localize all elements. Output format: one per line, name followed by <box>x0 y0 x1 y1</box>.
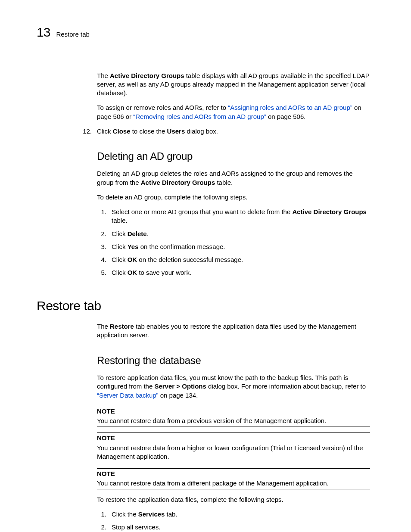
list-number: 1. <box>97 208 106 225</box>
list-item: 1.Click the Services tab. <box>97 510 370 519</box>
list-body: Stop all services. <box>112 523 370 532</box>
page: 13 Restore tab The Active Directory Grou… <box>0 0 411 532</box>
intro-paragraph-2: To assign or remove roles and AORs, refe… <box>97 103 370 121</box>
text: on page 506. <box>266 113 306 120</box>
bold-text: OK <box>128 256 137 263</box>
list-body: Click OK on the deletion successful mess… <box>112 255 370 264</box>
intro-block: The Active Directory Groups table displa… <box>97 72 370 121</box>
link-server-data-backup[interactable]: “Server Data backup” <box>97 392 159 399</box>
bold-active-directory-groups: Active Directory Groups <box>110 72 184 79</box>
list-item: 4.Click OK on the deletion successful me… <box>97 255 370 264</box>
list-body: Select one or more AD groups that you wa… <box>112 208 370 225</box>
intro-paragraph-1: The Active Directory Groups table displa… <box>97 72 370 98</box>
note-block: NOTEYou cannot restore data from a highe… <box>97 432 370 462</box>
link-remove-roles[interactable]: “Removing roles and AORs from an AD grou… <box>133 113 266 120</box>
text: The <box>97 72 110 79</box>
bold-active-directory-groups: Active Directory Groups <box>141 179 215 186</box>
text: table. <box>215 179 233 186</box>
section-deleting-ad-group: Deleting an AD group Deleting an AD grou… <box>97 149 370 277</box>
note-rule <box>97 462 370 462</box>
list-body: Click the Services tab. <box>112 510 370 519</box>
text: Click <box>112 256 128 263</box>
delete-steps: 1.Select one or more AD groups that you … <box>97 208 370 277</box>
list-item: 3.Click Yes on the confirmation message. <box>97 243 370 251</box>
bold-close: Close <box>113 128 131 135</box>
bold-text: OK <box>128 269 137 276</box>
bold-text: Yes <box>128 243 139 250</box>
text: dialog box. <box>185 128 218 135</box>
text: Select one or more AD groups that you wa… <box>112 208 292 215</box>
text: To assign or remove roles and AORs, refe… <box>97 104 228 111</box>
text: Click <box>112 269 128 276</box>
note-label: NOTE <box>97 470 370 478</box>
heading-restore-tab: Restore tab <box>37 297 370 315</box>
chapter-title: Restore tab <box>56 30 90 39</box>
note-label: NOTE <box>97 407 370 416</box>
note-body: You cannot restore data from a higher or… <box>97 444 370 461</box>
bold-text: Delete <box>128 230 147 237</box>
heading-deleting: Deleting an AD group <box>97 149 370 163</box>
text: table. <box>112 217 128 224</box>
restoring-paragraph-2: To restore the application data files, c… <box>97 495 370 504</box>
list-body: Click Close to close the Users dialog bo… <box>97 127 370 136</box>
text: Click <box>112 230 128 237</box>
list-number: 1. <box>97 510 106 519</box>
text: tab enables you to restore the applicati… <box>97 323 356 339</box>
section-restore-tab: Restore tab <box>37 297 370 315</box>
text: tab. <box>165 510 177 518</box>
restore-intro: The Restore tab enables you to restore t… <box>97 322 370 340</box>
list-body: Click Delete. <box>112 230 370 238</box>
text: Click <box>97 128 113 135</box>
list-number: 2. <box>97 523 106 532</box>
text: to close the <box>131 128 167 135</box>
list-number: 3. <box>97 243 106 251</box>
text: on page 134. <box>159 392 198 399</box>
list-number: 2. <box>97 230 106 238</box>
text: Click the <box>112 510 138 518</box>
note-rule <box>97 406 370 406</box>
text: on the confirmation message. <box>139 243 225 250</box>
text: The <box>97 323 110 330</box>
chapter-number: 13 <box>37 24 50 41</box>
list-item: 12. Click Close to close the Users dialo… <box>82 127 370 136</box>
step-12-block: 12. Click Close to close the Users dialo… <box>82 127 370 136</box>
note-rule <box>97 489 370 489</box>
text: to save your work. <box>137 269 191 276</box>
section-restoring-database: Restoring the database To restore applic… <box>97 354 370 532</box>
list-number: 5. <box>97 268 106 277</box>
bold-text: Services <box>138 510 165 518</box>
text: on the deletion successful message. <box>137 256 243 263</box>
text: dialog box. For more information about b… <box>206 383 366 390</box>
note-rule <box>97 468 370 469</box>
list-item: 2.Stop all services. <box>97 523 370 532</box>
note-rule <box>97 432 370 433</box>
bold-restore: Restore <box>110 323 134 330</box>
list-item: 1.Select one or more AD groups that you … <box>97 208 370 225</box>
text: Stop all services. <box>112 523 160 531</box>
notes: NOTEYou cannot restore data from a previ… <box>97 406 370 489</box>
text: . <box>147 230 149 237</box>
text: Click <box>112 243 128 250</box>
delete-paragraph-1: Deleting an AD group deletes the roles a… <box>97 169 370 187</box>
list-body: Click OK to save your work. <box>112 268 370 277</box>
delete-paragraph-2: To delete an AD group, complete the foll… <box>97 193 370 202</box>
list-number: 12. <box>82 127 92 136</box>
link-assign-roles[interactable]: “Assigning roles and AORs to an AD group… <box>228 104 352 111</box>
note-label: NOTE <box>97 434 370 442</box>
restoring-paragraph-1: To restore application data files, you m… <box>97 373 370 400</box>
bold-server-options: Server > Options <box>154 383 206 390</box>
restore-paragraph-1: The Restore tab enables you to restore t… <box>97 322 370 340</box>
bold-users: Users <box>167 128 185 135</box>
note-rule <box>97 426 370 426</box>
bold-text: Active Directory Groups <box>292 208 367 215</box>
restore-steps: 1.Click the Services tab.2.Stop all serv… <box>97 510 370 532</box>
list-item: 2.Click Delete. <box>97 230 370 238</box>
list-number: 4. <box>97 255 106 264</box>
running-header: 13 Restore tab <box>37 24 370 41</box>
note-block: NOTEYou cannot restore data from a diffe… <box>97 468 370 489</box>
note-block: NOTEYou cannot restore data from a previ… <box>97 406 370 427</box>
list-item: 5.Click OK to save your work. <box>97 268 370 277</box>
heading-restoring-db: Restoring the database <box>97 354 370 367</box>
note-body: You cannot restore data from a different… <box>97 479 370 488</box>
list-body: Click Yes on the confirmation message. <box>112 243 370 251</box>
